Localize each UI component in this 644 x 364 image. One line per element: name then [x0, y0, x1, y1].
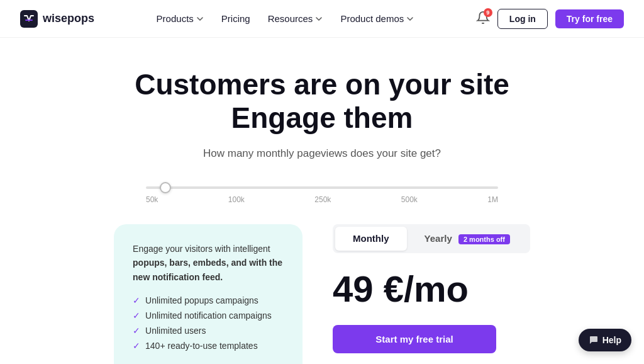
- check-icon: ✓: [133, 310, 140, 321]
- nav-item-products[interactable]: Products: [149, 9, 211, 28]
- nav-actions: 9 Log in Try for free: [476, 9, 624, 29]
- chevron-down-icon: [315, 15, 323, 23]
- hero-subtext: How many monthly pageviews does your sit…: [20, 147, 624, 160]
- feature-card: Engage your visitors with intelligent po…: [114, 224, 303, 364]
- nav-link-pricing[interactable]: Pricing: [214, 9, 258, 28]
- list-item: ✓ Unlimited users: [133, 326, 284, 336]
- notification-badge: 9: [484, 8, 492, 17]
- list-item: ✓ 140+ ready-to-use templates: [133, 341, 284, 351]
- logo[interactable]: wisepops: [20, 10, 94, 28]
- try-for-free-button[interactable]: Try for free: [555, 9, 624, 28]
- svg-rect-0: [20, 10, 38, 28]
- check-icon: ✓: [133, 295, 140, 305]
- check-icon: ✓: [133, 326, 140, 336]
- hero-section: Customers are on your site Engage them H…: [0, 38, 644, 204]
- hero-headline: Customers are on your site Engage them: [20, 68, 624, 135]
- feature-list: ✓ Unlimited popups campaigns ✓ Unlimited…: [133, 295, 284, 351]
- pricing-right: Monthly Yearly 2 months off 49 €/mo Star…: [333, 224, 530, 353]
- pricing-section: Engage your visitors with intelligent po…: [0, 204, 644, 364]
- navbar: wisepops Products Pricing Resources Prod…: [0, 0, 644, 38]
- nav-link-products[interactable]: Products: [149, 9, 211, 28]
- yearly-badge: 2 months off: [458, 234, 510, 244]
- slider-labels: 50k 100k 250k 500k 1M: [146, 195, 498, 204]
- start-trial-button[interactable]: Start my free trial: [333, 325, 496, 353]
- nav-item-demos[interactable]: Product demos: [333, 9, 421, 28]
- list-item: ✓ Unlimited notification campaigns: [133, 310, 284, 321]
- nav-link-resources[interactable]: Resources: [260, 9, 331, 28]
- monthly-toggle-button[interactable]: Monthly: [335, 227, 407, 251]
- chevron-down-icon: [406, 15, 414, 23]
- nav-item-pricing[interactable]: Pricing: [214, 9, 258, 28]
- check-icon: ✓: [133, 341, 140, 351]
- logo-icon: [20, 10, 38, 28]
- nav-links: Products Pricing Resources Product demos: [149, 9, 422, 28]
- notification-bell[interactable]: 9: [476, 11, 490, 27]
- chat-icon: [589, 335, 599, 345]
- login-button[interactable]: Log in: [497, 9, 548, 29]
- yearly-toggle-button[interactable]: Yearly 2 months off: [407, 227, 528, 251]
- price-display: 49 €/mo: [333, 271, 469, 307]
- chevron-down-icon: [196, 15, 204, 23]
- pageview-slider-section: 50k 100k 250k 500k 1M: [133, 180, 511, 204]
- logo-text: wisepops: [43, 12, 94, 25]
- list-item: ✓ Unlimited popups campaigns: [133, 295, 284, 305]
- pageview-slider[interactable]: [146, 186, 498, 189]
- help-button[interactable]: Help: [579, 329, 631, 351]
- nav-link-demos[interactable]: Product demos: [333, 9, 421, 28]
- nav-item-resources[interactable]: Resources: [260, 9, 331, 28]
- billing-toggle: Monthly Yearly 2 months off: [333, 224, 530, 253]
- feature-description: Engage your visitors with intelligent po…: [133, 242, 284, 284]
